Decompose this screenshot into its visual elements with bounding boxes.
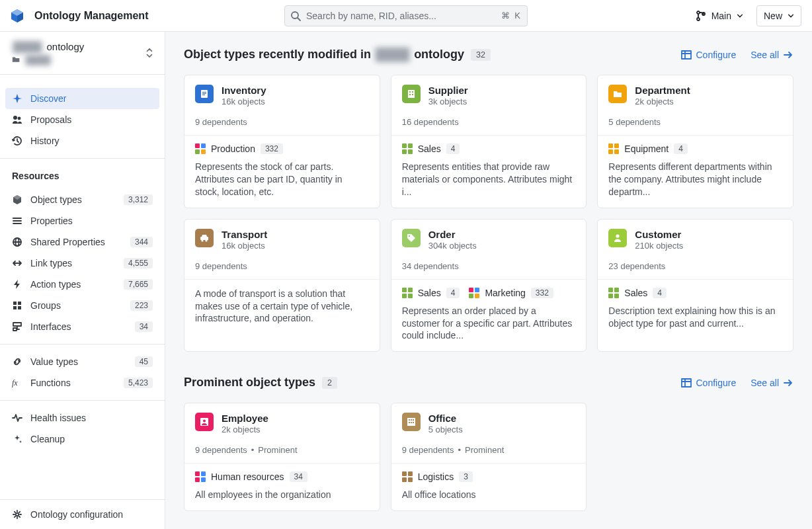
pulse-icon (12, 413, 22, 423)
fx-icon (12, 378, 22, 388)
sidebar-item-discover[interactable]: Discover (5, 88, 159, 109)
interface-icon (12, 321, 22, 332)
object-type-icon (608, 85, 627, 103)
card-dependents: 9 dependents (195, 117, 369, 127)
card-subtitle: 16k objects (222, 97, 266, 106)
sidebar-item-value-types[interactable]: Value types 45 (5, 351, 159, 372)
sidebar-item-interfaces[interactable]: Interfaces 34 (5, 316, 159, 337)
branch-label: Main (711, 11, 731, 21)
object-type-card[interactable]: Employee 2k objects 9 dependents•Promine… (184, 403, 380, 511)
object-type-card[interactable]: Office 5 objects 9 dependents•Prominent … (391, 403, 587, 511)
sidebar-item-count: 34 (135, 321, 153, 332)
section-count: 32 (471, 49, 491, 61)
sidebar-item-label: Link types (30, 258, 116, 268)
search-shortcut: ⌘ K (501, 11, 522, 20)
object-type-card[interactable]: Order 304k objects 34 dependents Sales 4… (391, 219, 587, 352)
main-content: Object types recently modified in ████ o… (165, 32, 812, 529)
branch-selector[interactable]: Main (689, 5, 750, 26)
object-type-icon (195, 85, 214, 103)
section-prominent-head: Prominent object types 2 Configure See a… (184, 376, 793, 389)
card-title: Inventory (222, 85, 266, 96)
tag-name: Equipment (624, 143, 669, 154)
configure-link[interactable]: Configure (681, 50, 736, 60)
object-type-card[interactable]: Inventory 16k objects 9 dependents Produ… (184, 75, 380, 208)
card-subtitle: 304k objects (428, 241, 477, 251)
tag-name: Sales (418, 288, 441, 298)
see-all-link[interactable]: See all (751, 378, 793, 388)
tag[interactable]: Equipment 4 (608, 143, 688, 154)
sidebar-item-label: Cleanup (30, 434, 153, 444)
arrow-right-icon (783, 50, 793, 60)
section-title: Object types recently modified in ████ o… (184, 48, 464, 61)
object-type-card[interactable]: Customer 210k objects 23 dependents Sale… (597, 219, 793, 352)
sidebar-item-count: 45 (135, 356, 153, 367)
configure-link[interactable]: Configure (681, 378, 736, 388)
sidebar-item-functions[interactable]: Functions 5,423 (5, 372, 159, 393)
card-meta: 9 dependents•Prominent (195, 445, 369, 455)
sidebar-item-proposals[interactable]: Proposals (5, 109, 159, 130)
object-type-icon (608, 229, 627, 247)
sidebar-item-count: 4,555 (124, 258, 153, 268)
see-all-link[interactable]: See all (751, 50, 793, 60)
sidebar-item-health-issues[interactable]: Health issues (5, 407, 159, 428)
sidebar-item-ontology-configuration[interactable]: Ontology configuration (5, 504, 159, 525)
tag[interactable]: Sales 4 (608, 288, 667, 298)
tag-icon (608, 288, 619, 298)
sidebar-item-properties[interactable]: Properties (5, 210, 159, 231)
card-title: Customer (635, 229, 683, 240)
sidebar-item-label: Action types (30, 279, 116, 290)
search-icon (290, 11, 301, 21)
card-description: All employees in the organization (195, 489, 369, 501)
card-subtitle: 16k objects (222, 241, 267, 251)
sidebar-item-label: History (30, 136, 153, 146)
tag-count: 4 (674, 143, 688, 154)
sidebar-item-label: Object types (30, 194, 116, 205)
tag[interactable]: Human resources 34 (195, 471, 307, 482)
new-button[interactable]: New (756, 5, 801, 26)
object-type-icon (402, 413, 421, 431)
section-recent-head: Object types recently modified in ████ o… (184, 48, 793, 61)
folder-icon (12, 56, 20, 64)
sidebar-item-count: 7,665 (124, 279, 153, 290)
sidebar-item-action-types[interactable]: Action types 7,665 (5, 274, 159, 295)
gear-icon (12, 509, 22, 520)
sidebar-item-count: 344 (130, 237, 153, 247)
updown-icon (145, 48, 154, 58)
card-tags: Production 332 (195, 143, 369, 154)
tag[interactable]: Production 332 (195, 143, 283, 154)
card-dependents: 23 dependents (608, 261, 782, 271)
sidebar-item-groups[interactable]: Groups 223 (5, 295, 159, 316)
sidebar-item-link-types[interactable]: Link types 4,555 (5, 253, 159, 274)
search-input[interactable]: Search by name, RID, aliases... ⌘ K (284, 5, 528, 26)
object-type-icon (402, 229, 421, 247)
tag-name: Sales (624, 288, 647, 298)
sidebar: ████ ontology ████ Discover (0, 32, 165, 529)
tag-icon (608, 143, 619, 154)
card-description: Represents entities that provide raw mat… (402, 161, 576, 198)
tag[interactable]: Sales 4 (402, 288, 460, 298)
object-type-icon (195, 413, 214, 431)
sidebar-item-shared-properties[interactable]: Shared Properties 344 (5, 231, 159, 253)
card-description: All office locations (402, 489, 576, 501)
sidebar-item-object-types[interactable]: Object types 3,312 (5, 189, 159, 210)
ontology-selector[interactable]: ████ ontology ████ (0, 32, 165, 71)
tag-name: Logistics (418, 471, 454, 482)
card-dependents: 16 dependents (402, 117, 576, 127)
list-icon (12, 216, 22, 226)
object-type-card[interactable]: Transport 16k objects 9 dependents A mod… (184, 219, 380, 352)
bolt-icon (12, 279, 22, 290)
card-tags: Sales 4 Marketing 332 (402, 288, 576, 298)
tag-icon (402, 288, 413, 298)
tag[interactable]: Logistics 3 (402, 471, 473, 482)
arrows-icon (12, 258, 22, 268)
object-type-card[interactable]: Supplier 3k objects 16 dependents Sales … (391, 75, 587, 208)
tag[interactable]: Sales 4 (402, 143, 460, 154)
sidebar-item-history[interactable]: History (5, 130, 159, 151)
sidebar-item-label: Proposals (30, 114, 153, 125)
sidebar-item-cleanup[interactable]: Cleanup (5, 428, 159, 450)
object-type-card[interactable]: Department 2k objects 5 dependents Equip… (597, 75, 793, 208)
table-icon (681, 378, 692, 388)
chevron-down-icon (737, 13, 743, 19)
card-dependents: 5 dependents (608, 117, 782, 127)
tag[interactable]: Marketing 332 (469, 288, 553, 298)
